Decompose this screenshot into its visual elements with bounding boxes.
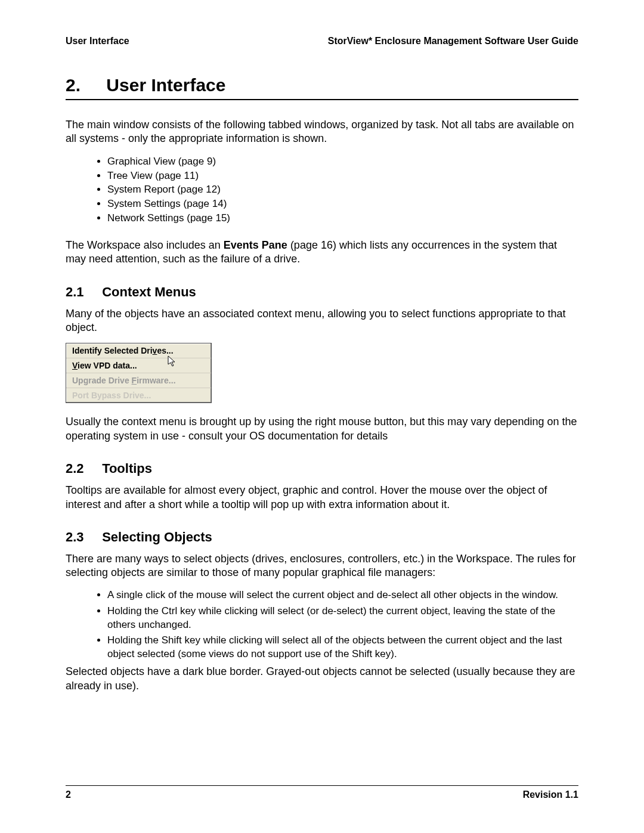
section-title: Tooltips [102,461,152,476]
document-page: User Interface StorView* Enclosure Manag… [0,0,644,833]
page-number: 2 [66,789,71,800]
context-menu-screenshot: Identify Selected Drives... View VPD dat… [66,343,212,403]
selection-rules-list: A single click of the mouse will select … [107,589,578,662]
section-2-3-intro: There are many ways to select objects (d… [66,552,578,580]
header-left: User Interface [66,36,129,47]
list-item: Tree View (page 11) [107,169,578,183]
section-number: 2.2 [66,461,98,476]
section-number: 2.3 [66,529,98,545]
context-menu-item-vpd: View VPD data... [66,358,211,373]
list-item: System Settings (page 14) [107,197,578,211]
text: The Workspace also includes an [66,239,224,251]
list-item: Graphical View (page 9) [107,154,578,169]
context-menu-item-upgrade: Upgrade Drive Firmware... [66,373,211,388]
section-2-3-heading: 2.3 Selecting Objects [66,529,578,545]
section-2-1-text: Many of the objects have an associated c… [66,307,578,335]
list-item: Holding the Shift key while clicking wil… [107,634,578,661]
section-title: Context Menus [102,284,196,299]
context-menu-item-bypass: Port Bypass Drive... [66,388,211,402]
list-item: Holding the Ctrl key while clicking will… [107,605,578,632]
section-2-1-after: Usually the context menu is brought up b… [66,415,578,443]
list-item: Network Settings (page 15) [107,211,578,225]
section-2-2-text: Tooltips are available for almost every … [66,484,578,512]
tabbed-windows-list: Graphical View (page 9) Tree View (page … [107,154,578,225]
section-2-3-after: Selected objects have a dark blue border… [66,665,578,693]
list-item: A single click of the mouse will select … [107,589,578,602]
chapter-number: 2. [66,75,101,95]
intro-paragraph: The main window consists of the followin… [66,118,578,146]
revision-label: Revision 1.1 [523,789,578,800]
page-footer: 2 Revision 1.1 [66,785,578,800]
section-2-2-heading: 2.2 Tooltips [66,461,578,476]
section-title: Selecting Objects [102,529,212,544]
context-menu-item-identify: Identify Selected Drives... [66,343,211,358]
events-pane-paragraph: The Workspace also includes an Events Pa… [66,239,578,267]
events-pane-bold: Events Pane [224,239,287,251]
section-2-1-heading: 2.1 Context Menus [66,284,578,300]
chapter-title: 2. User Interface [66,75,578,100]
header-right: StorView* Enclosure Management Software … [328,36,578,47]
running-header: User Interface StorView* Enclosure Manag… [66,36,578,47]
list-item: System Report (page 12) [107,182,578,197]
section-number: 2.1 [66,284,98,300]
chapter-name: User Interface [106,75,225,95]
